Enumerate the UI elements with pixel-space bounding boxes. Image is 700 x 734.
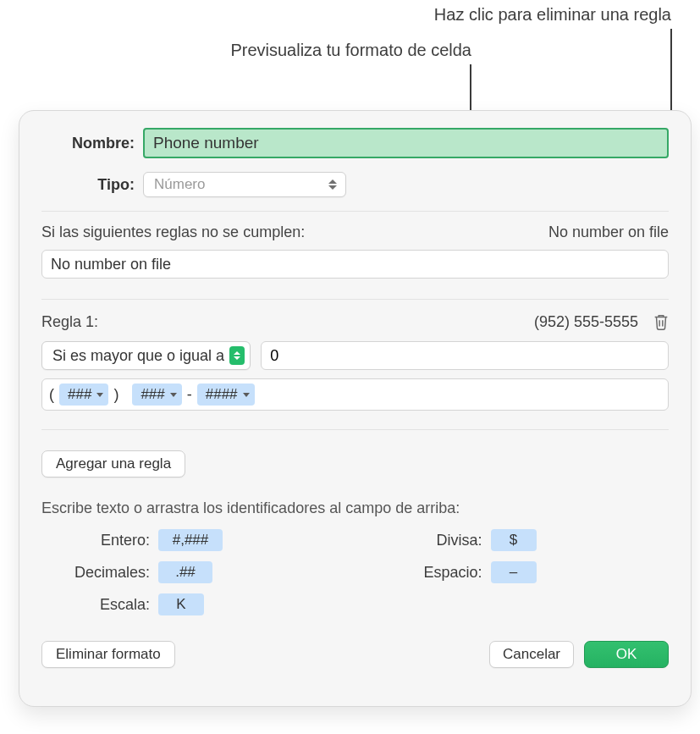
name-row: Nombre: bbox=[41, 128, 669, 158]
format-token-3[interactable]: #### bbox=[197, 384, 255, 406]
rule-1-condition-value: Si es mayor que o igual a bbox=[52, 347, 224, 365]
format-token-3-text: #### bbox=[206, 386, 238, 403]
format-token-1-text: ### bbox=[68, 386, 91, 403]
callout-preview-format: Previsualiza tu formato de celda bbox=[230, 41, 471, 60]
default-rule-heading: Si las siguientes reglas no se cumplen: bbox=[41, 224, 305, 241]
delete-format-button[interactable]: Eliminar formato bbox=[41, 641, 175, 668]
token-divisa-chip[interactable]: $ bbox=[491, 529, 537, 551]
rule-1-preview-text: (952) 555-5555 bbox=[534, 313, 638, 330]
format-dash: - bbox=[187, 386, 192, 404]
token-entero-label: Entero: bbox=[48, 532, 150, 549]
chevron-down-icon bbox=[96, 393, 103, 397]
type-select-value: Número bbox=[154, 176, 205, 193]
token-divisa: Divisa: $ bbox=[381, 529, 663, 551]
format-token-2[interactable]: ### bbox=[132, 384, 181, 406]
chevron-down-icon bbox=[243, 393, 250, 397]
token-divisa-label: Divisa: bbox=[381, 532, 482, 549]
chevron-down-icon bbox=[170, 393, 177, 397]
rule-1-title: Regla 1: bbox=[41, 313, 98, 331]
default-rule-section: Si las siguientes reglas no se cumplen: … bbox=[41, 212, 669, 285]
default-rule-preview: No number on file bbox=[548, 224, 669, 241]
rule-1: Regla 1: (952) 555-5555 Si es mayor que … bbox=[41, 300, 669, 414]
rule-1-value-input[interactable] bbox=[261, 341, 669, 370]
token-escala-label: Escala: bbox=[48, 596, 150, 614]
stepper-icon bbox=[327, 175, 339, 194]
default-rule-input[interactable] bbox=[41, 250, 669, 279]
token-decimales-chip[interactable]: .## bbox=[158, 561, 212, 583]
format-dialog: Nombre: Tipo: Número Si las siguientes r… bbox=[19, 110, 692, 707]
rule-1-condition-select[interactable]: Si es mayor que o igual a bbox=[41, 341, 251, 370]
token-espacio-chip[interactable]: – bbox=[491, 561, 537, 583]
name-label: Nombre: bbox=[41, 135, 143, 152]
type-row: Tipo: Número bbox=[41, 172, 669, 197]
token-escala: Escala: K bbox=[48, 593, 330, 615]
ok-button[interactable]: OK bbox=[584, 641, 669, 668]
type-label: Tipo: bbox=[41, 176, 143, 194]
add-rule-button[interactable]: Agregar una regla bbox=[41, 450, 185, 477]
tokens-help-text: Escribe texto o arrastra los identificad… bbox=[41, 499, 669, 517]
format-open-paren: ( bbox=[49, 386, 54, 404]
dialog-footer: Eliminar formato Cancelar OK bbox=[41, 641, 669, 668]
token-escala-chip[interactable]: K bbox=[158, 593, 204, 615]
select-stepper-icon bbox=[229, 346, 245, 365]
token-decimales-label: Decimales: bbox=[48, 564, 150, 582]
rule-1-preview: (952) 555-5555 bbox=[534, 313, 669, 331]
token-entero-chip[interactable]: #,### bbox=[158, 529, 223, 551]
token-espacio: Espacio: – bbox=[381, 561, 663, 583]
format-token-2-text: ### bbox=[141, 386, 164, 403]
name-input[interactable] bbox=[143, 128, 669, 158]
callouts-area: Haz clic para eliminar una regla Previsu… bbox=[0, 0, 700, 100]
cancel-button[interactable]: Cancelar bbox=[489, 641, 574, 668]
type-select[interactable]: Número bbox=[143, 172, 346, 197]
trash-icon[interactable] bbox=[652, 312, 670, 332]
callout-delete-rule: Haz clic para eliminar una regla bbox=[434, 5, 671, 25]
rule-1-format-field[interactable]: ( ### ) ### - #### bbox=[41, 378, 669, 411]
token-decimales: Decimales: .## bbox=[48, 561, 330, 583]
token-entero: Entero: #,### bbox=[48, 529, 330, 551]
format-token-1[interactable]: ### bbox=[59, 384, 108, 406]
tokens-grid: Entero: #,### Divisa: $ Decimales: .## E… bbox=[41, 529, 669, 615]
token-espacio-label: Espacio: bbox=[381, 564, 482, 582]
format-close-paren: ) bbox=[113, 386, 119, 404]
